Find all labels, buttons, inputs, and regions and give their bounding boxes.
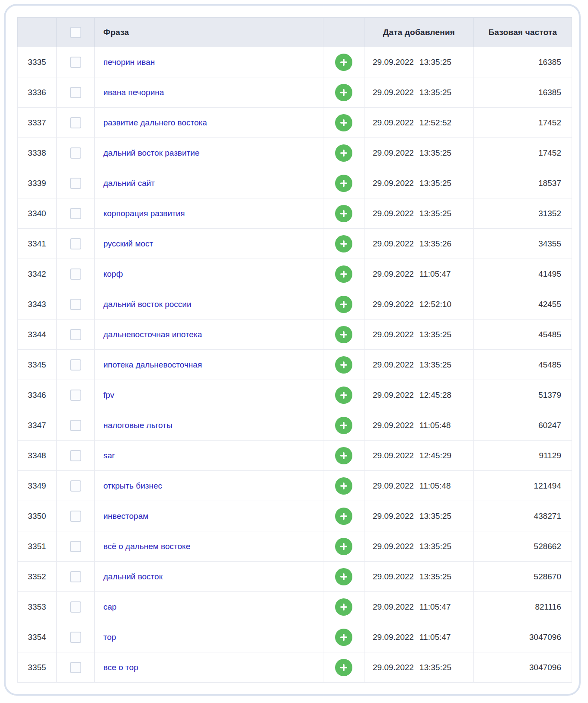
- add-phrase-button[interactable]: [335, 598, 352, 616]
- add-phrase-button[interactable]: [335, 356, 352, 374]
- add-cell: [323, 289, 364, 320]
- date-added-cell: 29.09.202213:35:26: [364, 229, 474, 259]
- phrase-link[interactable]: налоговые льготы: [103, 421, 173, 430]
- row-checkbox[interactable]: [70, 359, 81, 371]
- row-checkbox[interactable]: [70, 390, 81, 401]
- table-row: 3343 дальний восток россии 29.09.202212:…: [18, 289, 572, 320]
- plus-icon: [339, 88, 348, 97]
- row-checkbox[interactable]: [70, 601, 81, 613]
- row-checkbox[interactable]: [70, 329, 81, 340]
- row-checkbox[interactable]: [70, 420, 81, 431]
- phrase-link[interactable]: корпорация развития: [103, 209, 185, 218]
- base-frequency-cell: 821116: [474, 592, 572, 622]
- phrase-link[interactable]: развитие дальнего востока: [103, 118, 207, 127]
- row-checkbox-cell: [57, 138, 95, 168]
- plus-icon: [339, 481, 348, 491]
- row-checkbox[interactable]: [70, 147, 81, 159]
- phrase-link[interactable]: печорин иван: [103, 58, 155, 67]
- add-phrase-button[interactable]: [335, 205, 352, 222]
- row-checkbox[interactable]: [70, 268, 81, 280]
- base-frequency-cell: 31352: [474, 198, 572, 229]
- phrase-cell: дальний восток: [95, 562, 323, 592]
- time-value: 12:45:28: [419, 390, 451, 399]
- phrase-link[interactable]: русский мост: [103, 239, 153, 248]
- add-phrase-button[interactable]: [335, 659, 352, 676]
- row-checkbox[interactable]: [70, 480, 81, 492]
- row-checkbox-cell: [57, 77, 95, 108]
- phrase-link[interactable]: корф: [103, 269, 123, 278]
- phrase-link[interactable]: ипотека дальневосточная: [103, 360, 202, 369]
- phrase-cell: дальневосточная ипотека: [95, 320, 323, 350]
- phrase-link[interactable]: fpv: [103, 390, 114, 399]
- phrase-link[interactable]: sar: [103, 451, 115, 460]
- time-value: 11:05:47: [419, 633, 451, 642]
- table-row: 3351 всё о дальнем востоке 29.09.202213:…: [18, 531, 572, 562]
- row-checkbox-cell: [57, 259, 95, 289]
- row-checkbox-cell: [57, 471, 95, 501]
- date-value: 29.09.2022: [373, 511, 414, 521]
- time-value: 12:52:52: [419, 118, 451, 127]
- add-phrase-button[interactable]: [335, 568, 352, 585]
- add-phrase-button[interactable]: [335, 54, 352, 71]
- phrase-link[interactable]: ивана печорина: [103, 88, 164, 97]
- plus-icon: [339, 390, 348, 400]
- select-all-checkbox[interactable]: [70, 27, 81, 38]
- add-phrase-button[interactable]: [335, 447, 352, 464]
- phrase-link[interactable]: дальний восток развитие: [103, 148, 199, 157]
- date-added-cell: 29.09.202213:35:25: [364, 350, 474, 380]
- date-value: 29.09.2022: [373, 542, 414, 551]
- phrase-link[interactable]: дальний сайт: [103, 179, 155, 188]
- date-added-cell: 29.09.202213:35:25: [364, 320, 474, 350]
- add-cell: [323, 380, 364, 410]
- phrase-link[interactable]: все о тор: [103, 663, 138, 672]
- row-checkbox[interactable]: [70, 632, 81, 643]
- add-phrase-button[interactable]: [335, 477, 352, 495]
- row-checkbox[interactable]: [70, 450, 81, 461]
- add-phrase-button[interactable]: [335, 387, 352, 404]
- phrase-link[interactable]: дальневосточная ипотека: [103, 330, 202, 339]
- add-phrase-button[interactable]: [335, 114, 352, 131]
- add-phrase-button[interactable]: [335, 235, 352, 252]
- add-phrase-button[interactable]: [335, 538, 352, 555]
- row-checkbox-cell: [57, 168, 95, 198]
- plus-icon: [339, 451, 348, 460]
- date-added-cell: 29.09.202212:52:52: [364, 108, 474, 138]
- add-phrase-button[interactable]: [335, 296, 352, 313]
- row-checkbox[interactable]: [70, 541, 81, 552]
- add-phrase-button[interactable]: [335, 508, 352, 525]
- date-added-cell: 29.09.202213:35:25: [364, 531, 474, 562]
- phrase-link[interactable]: дальний восток: [103, 572, 163, 581]
- add-phrase-button[interactable]: [335, 417, 352, 434]
- plus-icon: [339, 663, 348, 672]
- keywords-table: Фраза Дата добавления Базовая частота 33…: [17, 17, 572, 683]
- add-phrase-button[interactable]: [335, 326, 352, 343]
- table-row: 3342 корф 29.09.202211:05:47 41495: [18, 259, 572, 289]
- row-checkbox[interactable]: [70, 178, 81, 189]
- phrase-link[interactable]: всё о дальнем востоке: [103, 542, 190, 551]
- base-frequency-cell: 16385: [474, 77, 572, 108]
- row-checkbox-cell: [57, 289, 95, 320]
- add-phrase-button[interactable]: [335, 265, 352, 283]
- header-add: [323, 18, 364, 47]
- row-checkbox[interactable]: [70, 117, 81, 128]
- row-checkbox[interactable]: [70, 299, 81, 310]
- row-checkbox[interactable]: [70, 208, 81, 219]
- add-phrase-button[interactable]: [335, 144, 352, 162]
- row-checkbox[interactable]: [70, 662, 81, 673]
- row-checkbox[interactable]: [70, 511, 81, 522]
- add-phrase-button[interactable]: [335, 629, 352, 646]
- base-frequency-cell: 91129: [474, 441, 572, 471]
- add-phrase-button[interactable]: [335, 84, 352, 101]
- phrase-link[interactable]: дальний восток россии: [103, 300, 192, 309]
- row-checkbox[interactable]: [70, 238, 81, 249]
- phrase-link[interactable]: сар: [103, 602, 117, 611]
- table-wrap: Фраза Дата добавления Базовая частота 33…: [17, 17, 579, 683]
- phrase-cell: sar: [95, 441, 323, 471]
- phrase-link[interactable]: тор: [103, 633, 116, 642]
- phrase-link[interactable]: инвесторам: [103, 511, 148, 521]
- row-checkbox[interactable]: [70, 57, 81, 68]
- add-phrase-button[interactable]: [335, 175, 352, 192]
- row-checkbox[interactable]: [70, 87, 81, 98]
- phrase-link[interactable]: открыть бизнес: [103, 481, 162, 490]
- row-checkbox[interactable]: [70, 571, 81, 582]
